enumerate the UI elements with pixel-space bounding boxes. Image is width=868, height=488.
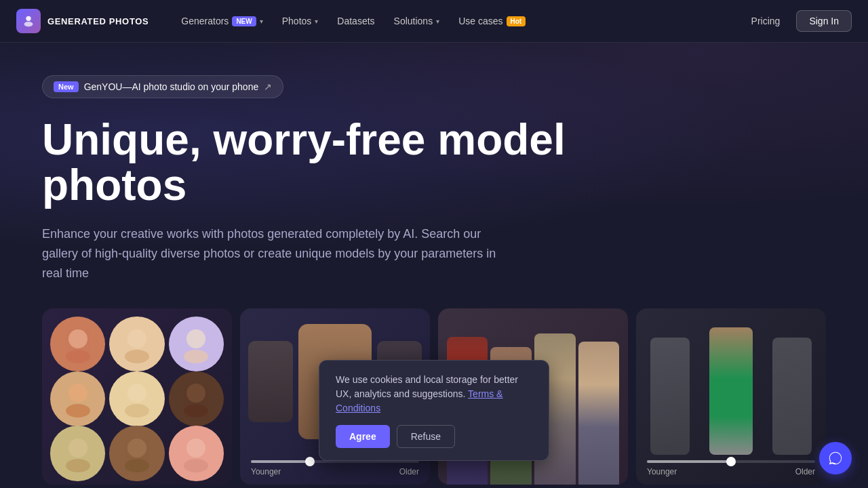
svg-point-18: [186, 439, 205, 458]
chevron-down-icon: ▾: [436, 18, 439, 25]
nav-label-datasets: Datasets: [337, 16, 374, 26]
svg-point-14: [68, 439, 87, 458]
nav-label-photos: Photos: [282, 16, 312, 26]
svg-point-2: [68, 329, 87, 348]
svg-point-0: [26, 16, 31, 21]
nav-badge-hot: Hot: [507, 16, 526, 26]
nav-label-usecases: Use cases: [458, 16, 502, 26]
nav-label-generators: Generators: [181, 16, 229, 26]
face-3: [169, 317, 224, 371]
face-1: [50, 317, 105, 371]
chat-button[interactable]: [819, 442, 852, 474]
nav-links: Generators New ▾ Photos ▾ Datasets Solut…: [173, 12, 743, 30]
face-2: [109, 317, 164, 371]
genYOU-banner[interactable]: New GenYOU—AI photo studio on your phone…: [42, 75, 283, 98]
slider-label-younger: Younger: [251, 467, 281, 476]
body-age-slider[interactable]: [647, 460, 815, 463]
face-7: [50, 426, 105, 481]
nav-item-solutions[interactable]: Solutions ▾: [386, 12, 448, 30]
nav-item-generators[interactable]: Generators New ▾: [173, 12, 271, 30]
face-slider-labels: Younger Older: [251, 467, 419, 476]
nav-item-photos[interactable]: Photos ▾: [274, 12, 327, 30]
body-slider-card[interactable]: Younger Older: [636, 308, 826, 485]
body-slider-container: Younger Older: [636, 308, 826, 485]
body-slider-images: [636, 308, 826, 455]
nav-label-solutions: Solutions: [394, 16, 433, 26]
svg-point-6: [186, 329, 205, 348]
svg-point-17: [125, 459, 149, 472]
body-slider-label-older: Older: [795, 467, 815, 476]
chevron-down-icon: ▾: [260, 18, 263, 25]
cookie-text: We use cookies and local storage for bet…: [336, 373, 532, 415]
body-slider-bottom: Younger Older: [636, 455, 826, 485]
body-slider-labels: Younger Older: [647, 467, 815, 476]
refuse-button[interactable]: Refuse: [397, 425, 455, 448]
slider-fill: [647, 460, 731, 463]
agree-button[interactable]: Agree: [336, 425, 390, 448]
person-4: [578, 342, 620, 485]
nav-badge-new: New: [232, 16, 256, 26]
svg-point-10: [127, 384, 146, 403]
hero-section: New GenYOU—AI photo studio on your phone…: [0, 43, 868, 283]
faces-grid-card[interactable]: [42, 308, 232, 485]
chat-icon: [828, 451, 843, 466]
signin-button[interactable]: Sign In: [796, 10, 852, 32]
svg-point-16: [127, 439, 146, 458]
cookie-buttons: Agree Refuse: [336, 425, 532, 448]
cookie-banner: We use cookies and local storage for bet…: [319, 360, 549, 461]
svg-point-12: [186, 384, 205, 403]
nav-item-datasets[interactable]: Datasets: [329, 12, 382, 30]
svg-point-13: [184, 404, 208, 418]
body-slider-label-younger: Younger: [647, 467, 677, 476]
svg-point-15: [66, 459, 90, 472]
face-4: [50, 371, 105, 426]
face-5: [109, 371, 164, 426]
logo-text: GENERATED PHOTOS: [47, 16, 149, 26]
chevron-down-icon: ▾: [315, 18, 318, 25]
svg-point-3: [66, 350, 90, 363]
slider-fill: [251, 460, 310, 463]
body-figure-left: [650, 338, 690, 455]
slider-label-older: Older: [399, 467, 419, 476]
body-figure-right: [772, 338, 812, 455]
svg-point-8: [68, 384, 87, 403]
faces-grid: [42, 308, 232, 485]
svg-point-1: [24, 22, 33, 26]
hero-subtext: Enhance your creative works with photos …: [42, 224, 517, 283]
svg-point-4: [127, 329, 146, 348]
banner-text: GenYOU—AI photo studio on your phone: [84, 81, 259, 92]
slider-thumb[interactable]: [305, 457, 315, 466]
slider-thumb[interactable]: [726, 457, 736, 466]
face-6: [169, 371, 224, 426]
svg-point-11: [125, 404, 149, 418]
svg-point-19: [184, 459, 208, 472]
svg-point-9: [66, 404, 90, 418]
pricing-link[interactable]: Pricing: [743, 12, 789, 30]
page-title: Unique, worry-free model photos: [42, 117, 652, 208]
navigation: GENERATED PHOTOS Generators New ▾ Photos…: [0, 0, 868, 43]
face-side-left: [248, 341, 293, 422]
svg-point-7: [184, 350, 208, 363]
nav-right: Pricing Sign In: [743, 10, 852, 32]
body-figure-center: [709, 327, 752, 455]
external-link-icon: ↗: [264, 81, 272, 92]
nav-item-usecases[interactable]: Use cases Hot: [450, 12, 534, 30]
logo[interactable]: GENERATED PHOTOS: [16, 9, 149, 33]
face-9: [169, 426, 224, 481]
logo-icon: [16, 9, 41, 33]
svg-point-5: [125, 350, 149, 363]
face-8: [109, 426, 164, 481]
badge-new-label: New: [54, 81, 79, 92]
